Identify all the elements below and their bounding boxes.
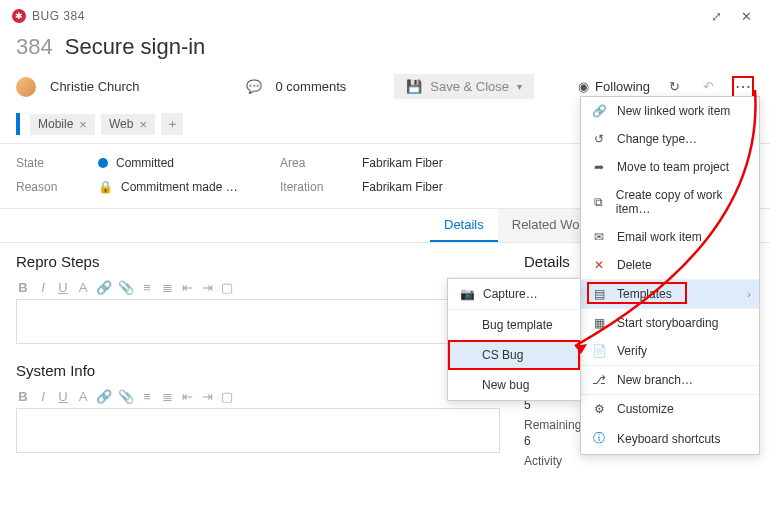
menu-new-branch[interactable]: ⎇New branch…	[581, 366, 759, 394]
indent-icon[interactable]: ⇥	[200, 389, 214, 404]
capture-submenu: 📷Capture… Bug template CS Bug New bug	[447, 278, 581, 401]
menu-new-linked-work-item[interactable]: 🔗New linked work item	[581, 97, 759, 125]
outdent-icon[interactable]: ⇤	[180, 280, 194, 295]
eye-icon: ◉	[578, 79, 589, 94]
more-actions-menu: 🔗New linked work item ↺Change type… ➦Mov…	[580, 96, 760, 455]
chevron-down-icon: ▾	[517, 81, 522, 92]
tag-mobile[interactable]: Mobile ×	[30, 114, 95, 135]
save-icon: 💾	[406, 79, 422, 94]
tag-remove-icon[interactable]: ×	[139, 117, 147, 132]
number-list-icon[interactable]: ≣	[160, 280, 174, 295]
comments-icon: 💬	[246, 79, 262, 94]
bullet-list-icon[interactable]: ≡	[140, 389, 154, 404]
tab-details[interactable]: Details	[430, 209, 498, 242]
bullet-list-icon[interactable]: ≡	[140, 280, 154, 295]
state-value[interactable]: Committed	[98, 156, 268, 170]
camera-icon: 📷	[460, 287, 475, 301]
area-value[interactable]: Fabrikam Fiber	[362, 156, 532, 170]
bug-icon: ✱	[12, 9, 26, 23]
menu-bug-template[interactable]: Bug template	[448, 310, 580, 340]
section-system-info: System Info	[16, 362, 500, 379]
save-close-button[interactable]: 💾 Save & Close ▾	[394, 74, 534, 99]
close-icon[interactable]: ✕	[734, 4, 758, 28]
template-icon: ▤	[591, 287, 607, 301]
avatar	[16, 77, 36, 97]
attach-icon[interactable]: 📎	[118, 280, 134, 295]
link-icon: 🔗	[591, 104, 607, 118]
menu-cs-bug[interactable]: CS Bug	[448, 340, 580, 370]
move-icon: ➦	[591, 160, 607, 174]
customize-icon: ⚙	[591, 402, 607, 416]
menu-change-type[interactable]: ↺Change type…	[581, 125, 759, 153]
tag-web[interactable]: Web ×	[101, 114, 155, 135]
italic-icon[interactable]: I	[36, 389, 50, 404]
menu-verify[interactable]: 📄Verify	[581, 337, 759, 365]
image-icon[interactable]: ▢	[220, 389, 234, 404]
reason-value[interactable]: 🔒Commitment made …	[98, 180, 268, 194]
rich-text-toolbar: B I U A 🔗 📎 ≡ ≣ ⇤ ⇥ ▢	[16, 276, 500, 299]
menu-customize[interactable]: ⚙Customize	[581, 395, 759, 423]
chevron-right-icon: ›	[747, 288, 751, 300]
menu-templates[interactable]: ▤Templates›	[581, 280, 759, 308]
assignee-name[interactable]: Christie Church	[50, 79, 140, 94]
outdent-icon[interactable]: ⇤	[180, 389, 194, 404]
work-item-number: 384	[16, 34, 53, 60]
repro-steps-editor[interactable]	[16, 299, 500, 344]
tag-label: Web	[109, 117, 133, 131]
font-icon[interactable]: A	[76, 280, 90, 295]
link-icon[interactable]: 🔗	[96, 280, 112, 295]
change-icon: ↺	[591, 132, 607, 146]
link-icon[interactable]: 🔗	[96, 389, 112, 404]
number-list-icon[interactable]: ≣	[160, 389, 174, 404]
menu-keyboard-shortcuts[interactable]: ⓘKeyboard shortcuts	[581, 423, 759, 454]
following-label: Following	[595, 79, 650, 94]
tag-remove-icon[interactable]: ×	[79, 117, 87, 132]
menu-new-bug[interactable]: New bug	[448, 370, 580, 400]
undo-icon: ↶	[698, 79, 718, 94]
state-label: State	[16, 156, 86, 170]
rich-text-toolbar: B I U A 🔗 📎 ≡ ≣ ⇤ ⇥ ▢	[16, 385, 500, 408]
underline-icon[interactable]: U	[56, 389, 70, 404]
info-icon: ⓘ	[591, 430, 607, 447]
more-actions-button[interactable]: ⋯	[732, 76, 754, 98]
image-icon[interactable]: ▢	[220, 280, 234, 295]
menu-delete[interactable]: ✕Delete	[581, 251, 759, 279]
section-repro-steps: Repro Steps	[16, 253, 500, 270]
underline-icon[interactable]: U	[56, 280, 70, 295]
menu-create-copy[interactable]: ⧉Create copy of work item…	[581, 181, 759, 223]
indent-icon[interactable]: ⇥	[200, 280, 214, 295]
system-info-editor[interactable]	[16, 408, 500, 453]
font-icon[interactable]: A	[76, 389, 90, 404]
menu-capture[interactable]: 📷Capture…	[448, 279, 580, 309]
work-item-title-text: Secure sign-in	[65, 34, 206, 60]
bold-icon[interactable]: B	[16, 389, 30, 404]
menu-email-work-item[interactable]: ✉Email work item	[581, 223, 759, 251]
menu-start-storyboarding[interactable]: ▦Start storyboarding	[581, 309, 759, 337]
reason-label: Reason	[16, 180, 86, 194]
work-item-type-label: BUG 384	[32, 9, 85, 23]
refresh-icon[interactable]: ↻	[664, 79, 684, 94]
tag-label: Mobile	[38, 117, 73, 131]
following-toggle[interactable]: ◉ Following	[578, 79, 650, 94]
work-item-title: 384 Secure sign-in	[0, 32, 770, 70]
email-icon: ✉	[591, 230, 607, 244]
delete-icon: ✕	[591, 258, 607, 272]
add-tag-button[interactable]: ＋	[161, 113, 183, 135]
bold-icon[interactable]: B	[16, 280, 30, 295]
italic-icon[interactable]: I	[36, 280, 50, 295]
storyboard-icon: ▦	[591, 316, 607, 330]
expand-icon[interactable]: ⤢	[704, 4, 728, 28]
save-close-label: Save & Close	[430, 79, 509, 94]
activity-label: Activity	[524, 454, 562, 468]
lock-icon: 🔒	[98, 180, 113, 194]
menu-move-to-team-project[interactable]: ➦Move to team project	[581, 153, 759, 181]
state-dot-icon	[98, 158, 108, 168]
copy-icon: ⧉	[591, 195, 606, 209]
iteration-value[interactable]: Fabrikam Fiber	[362, 180, 532, 194]
comments-count[interactable]: 0 comments	[276, 79, 347, 94]
branch-icon: ⎇	[591, 373, 607, 387]
active-indicator	[16, 113, 20, 135]
attach-icon[interactable]: 📎	[118, 389, 134, 404]
area-label: Area	[280, 156, 350, 170]
verify-icon: 📄	[591, 344, 607, 358]
